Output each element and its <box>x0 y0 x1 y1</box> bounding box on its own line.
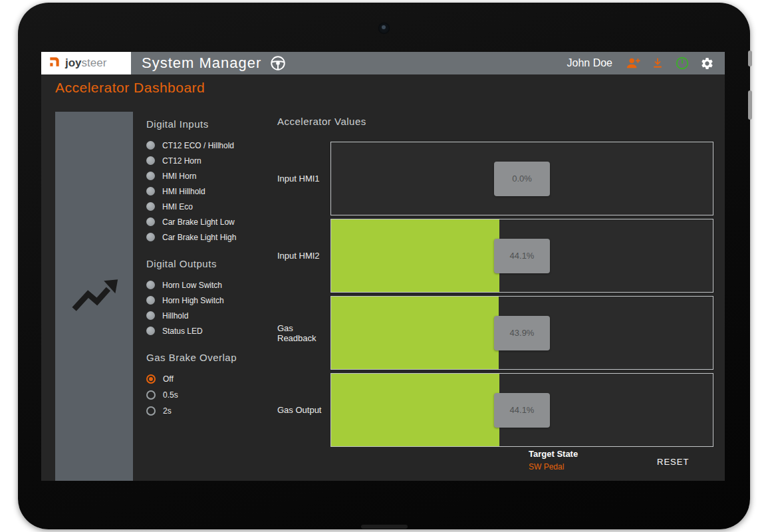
led-indicator-icon <box>146 202 155 211</box>
led-indicator-icon <box>146 296 155 305</box>
user-name[interactable]: John Doe <box>567 57 613 69</box>
gear-icon[interactable] <box>700 57 714 70</box>
hardware-power-button <box>748 51 752 66</box>
digital-output-label: Hillhold <box>162 311 188 321</box>
bar-gauge: 44.1% <box>330 373 713 447</box>
screen: joysteer System Manager John Doe <box>41 52 725 481</box>
app-title: System Manager <box>142 55 261 72</box>
bar-value-badge: 44.1% <box>494 393 550 428</box>
joysteer-logo-icon <box>48 55 61 71</box>
led-indicator-icon <box>146 233 155 241</box>
bar-gauge: 43.9% <box>330 296 713 370</box>
bar-fill <box>331 297 499 369</box>
target-state-label: Target State <box>529 449 578 459</box>
bar-gauge: 0.0% <box>330 142 713 215</box>
led-indicator-icon <box>146 281 155 289</box>
led-indicator-icon <box>146 327 155 335</box>
digital-input-label: HMI Horn <box>162 172 196 181</box>
value-row-input-hmi2: Input HMI2 44.1% <box>277 219 713 293</box>
bar-gauge: 44.1% <box>330 219 713 293</box>
logo-text-steer: steer <box>82 57 107 69</box>
digital-input-label: Car Brake Light High <box>162 233 236 242</box>
tablet-frame: joysteer System Manager John Doe <box>18 3 750 529</box>
radio-icon <box>146 406 156 416</box>
add-user-icon[interactable] <box>626 56 640 70</box>
led-indicator-icon <box>146 311 155 320</box>
led-indicator-icon <box>146 141 155 150</box>
joysteer-logo[interactable]: joysteer <box>41 52 131 74</box>
power-status-icon[interactable] <box>675 56 690 70</box>
download-icon[interactable] <box>651 57 664 70</box>
value-row-input-hmi1: Input HMI1 0.0% <box>277 142 713 215</box>
led-indicator-icon <box>146 156 155 165</box>
page-title: Accelerator Dashboard <box>55 80 205 96</box>
bar-value-badge: 44.1% <box>494 239 550 273</box>
accelerator-values-title: Accelerator Values <box>277 116 713 127</box>
charging-port <box>361 525 408 529</box>
led-indicator-icon <box>146 217 155 226</box>
overlap-option-label: 2s <box>163 406 172 416</box>
bar-label: Gas Readback <box>277 296 330 370</box>
logo-text-joy: joy <box>65 57 82 69</box>
front-camera <box>378 23 390 34</box>
digital-output-label: Horn Low Switch <box>162 281 222 290</box>
digital-input-label: HMI Hillhold <box>162 187 205 196</box>
bar-fill <box>331 374 499 446</box>
hardware-volume-button <box>748 90 752 120</box>
bar-label: Gas Output <box>277 373 330 447</box>
led-indicator-icon <box>146 172 155 180</box>
appbar-actions: John Doe <box>567 56 725 70</box>
overlap-option-label: 0.5s <box>163 390 178 400</box>
target-state-value: SW Pedal <box>529 462 578 471</box>
bar-fill <box>331 219 499 292</box>
radio-icon <box>146 374 156 384</box>
bar-label: Input HMI2 <box>277 219 330 293</box>
led-indicator-icon <box>146 187 155 196</box>
accelerator-values-panel: Accelerator Values Input HMI1 0.0% Input… <box>277 116 713 450</box>
target-state: Target State SW Pedal <box>529 449 578 471</box>
overlap-option-label: Off <box>163 374 174 384</box>
digital-input-label: CT12 Horn <box>162 156 201 166</box>
side-rail <box>55 112 133 481</box>
bar-value-badge: 43.9% <box>494 316 550 350</box>
digital-output-label: Horn High Switch <box>162 296 224 305</box>
value-row-gas-output: Gas Output 44.1% <box>277 373 713 447</box>
bar-label: Input HMI1 <box>277 142 330 215</box>
value-row-gas-readback: Gas Readback 43.9% <box>277 296 713 370</box>
reset-button[interactable]: RESET <box>653 454 693 469</box>
trending-up-icon[interactable] <box>69 275 120 319</box>
bar-value-badge: 0.0% <box>494 162 550 196</box>
digital-output-label: Status LED <box>162 327 203 336</box>
digital-input-label: Car Brake Light Low <box>162 217 235 227</box>
app-bar: joysteer System Manager John Doe <box>41 52 725 74</box>
radio-icon <box>146 390 156 400</box>
digital-input-label: CT12 ECO / Hillhold <box>162 141 234 150</box>
steering-wheel-icon <box>269 55 287 72</box>
digital-input-label: HMI Eco <box>162 202 193 211</box>
